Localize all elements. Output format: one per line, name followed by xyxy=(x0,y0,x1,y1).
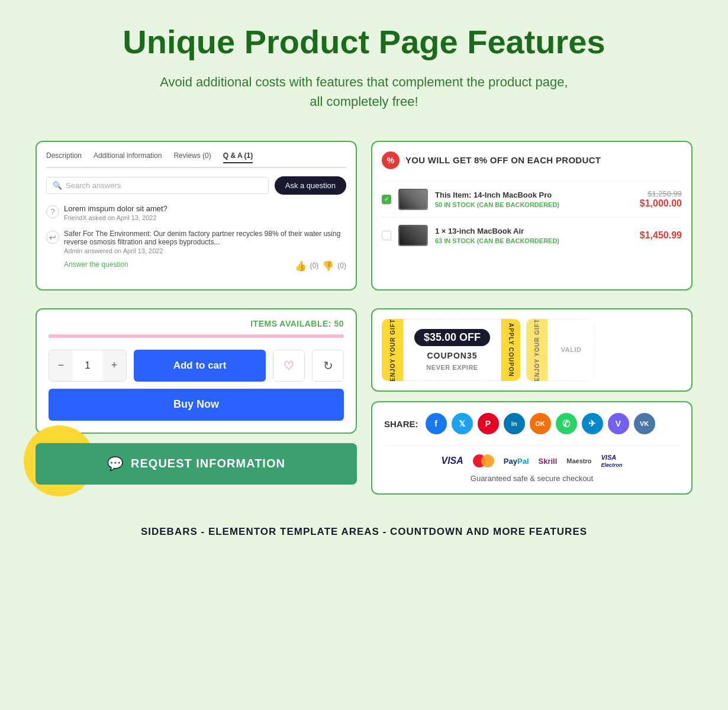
qa-item-question: ? Lorem imspum dolor sit amet? FriendX a… xyxy=(46,204,346,221)
qa-question-content: Lorem imspum dolor sit amet? FriendX ask… xyxy=(64,204,167,221)
qty-minus-button[interactable]: − xyxy=(49,350,73,382)
top-grid: Description Additional information Revie… xyxy=(36,141,692,291)
tab-additional[interactable]: Additional information xyxy=(94,151,162,163)
visa-electron-logo: VISAElectron xyxy=(601,454,622,468)
payment-logos: VISA PayPal Skrill Maestro VISAElectron xyxy=(442,454,623,468)
coupon-side-text-1: ENJOY YOUR GIFT xyxy=(389,319,396,382)
coupon-separator-1: APPLY COUPON xyxy=(501,319,520,382)
apply-coupon-text: APPLY COUPON xyxy=(508,323,514,377)
product-prices-1: $1,250.99 $1,000.00 xyxy=(640,189,682,209)
stock-bar-fill xyxy=(49,334,270,338)
discount-title: YOU WILL GET 8% OFF ON EACH PRODUCT xyxy=(405,155,601,165)
ask-question-button[interactable]: Ask a question xyxy=(275,176,346,195)
coupon-expiry-1: NEVER EXPIRE xyxy=(426,364,478,371)
vote-down-count: (0) xyxy=(337,262,346,270)
mastercard-logo xyxy=(473,454,494,467)
product-price-new-2: $1,450.99 xyxy=(640,230,682,241)
product-price-old-1: $1,250.99 xyxy=(640,189,682,198)
qa-answer-text: Safer For The Environment: Our denim fac… xyxy=(64,230,346,246)
qa-answer-icon: ↩ xyxy=(46,231,59,244)
percent-icon: % xyxy=(382,151,400,169)
product-price-new-1: $1,000.00 xyxy=(640,198,682,209)
search-icon: 🔍 xyxy=(53,181,62,190)
secure-checkout-text: Guaranteed safe & secure checkout xyxy=(471,474,593,483)
footer-banner: SIDEBARS - ELEMENTOR TEMPLATE AREAS - CO… xyxy=(36,514,692,550)
tab-reviews[interactable]: Reviews (0) xyxy=(173,151,211,163)
qa-vote-actions: 👍 (0) 👎 (0) xyxy=(295,260,346,272)
cart-card: ITEMS AVAILABLE: 50 − 1 + Add to cart ♡ … xyxy=(36,308,357,434)
request-information-button[interactable]: 💬 REQUEST INFORMATION xyxy=(36,443,357,485)
coupon-main-2: VALID xyxy=(547,319,595,382)
bottom-left-col: ITEMS AVAILABLE: 50 − 1 + Add to cart ♡ … xyxy=(36,308,357,496)
request-information-label: REQUEST INFORMATION xyxy=(131,457,285,470)
wishlist-button[interactable]: ♡ xyxy=(273,350,305,382)
tab-description[interactable]: Description xyxy=(46,151,82,163)
buy-now-button[interactable]: Buy Now xyxy=(49,389,344,421)
twitter-share-button[interactable]: 𝕏 xyxy=(452,413,473,434)
compare-button[interactable]: ↻ xyxy=(312,350,344,382)
discount-card: % YOU WILL GET 8% OFF ON EACH PRODUCT ✓ … xyxy=(371,141,692,291)
maestro-logo: Maestro xyxy=(566,457,591,464)
cart-controls: − 1 + Add to cart ♡ ↻ xyxy=(49,350,344,382)
qa-question-text: Lorem imspum dolor sit amet? xyxy=(64,204,167,213)
qa-item-answer: ↩ Safer For The Environment: Our denim f… xyxy=(46,230,346,272)
product-info-1: This Item: 14-Inch MacBook Pro 50 IN STO… xyxy=(435,191,633,208)
answer-link[interactable]: Answer the question xyxy=(64,260,128,269)
vote-up-count: (0) xyxy=(310,262,319,270)
product-checkbox-2[interactable] xyxy=(382,231,391,240)
discount-header: % YOU WILL GET 8% OFF ON EACH PRODUCT xyxy=(382,151,682,169)
product-image-1 xyxy=(400,190,427,209)
linkedin-share-button[interactable]: in xyxy=(504,413,525,434)
bottom-grid: ITEMS AVAILABLE: 50 − 1 + Add to cart ♡ … xyxy=(36,308,692,496)
odnoklassniki-share-button[interactable]: OK xyxy=(530,413,551,434)
qty-plus-button[interactable]: + xyxy=(102,350,126,382)
thumbs-up-icon[interactable]: 👍 xyxy=(295,260,307,272)
coupon-expiry-2: VALID xyxy=(561,346,582,353)
product-thumb-2 xyxy=(398,225,428,246)
paypal-logo: PayPal xyxy=(504,457,529,466)
search-input-wrap[interactable]: 🔍 Search answers xyxy=(46,177,269,194)
product-thumb-1 xyxy=(398,189,428,210)
qa-question-icon: ? xyxy=(46,205,59,218)
right-bottom-col: ENJOY YOUR GIFT $35.00 OFF COUPON35 NEVE… xyxy=(371,308,692,496)
product-info-2: 1 × 13-inch MacBook Air 63 IN STOCK (CAN… xyxy=(435,227,633,244)
social-icons: f 𝕏 P in OK ✆ ✈ V VK xyxy=(426,413,655,434)
product-item-1: ✓ This Item: 14-Inch MacBook Pro 50 IN S… xyxy=(382,181,682,217)
subtitle: Avoid additional costs with features tha… xyxy=(157,72,571,111)
main-title: Unique Product Page Features xyxy=(36,24,692,60)
pinterest-share-button[interactable]: P xyxy=(478,413,499,434)
coupon-item-2: ENJOY YOUR GIFT VALID xyxy=(526,319,595,382)
stock-bar xyxy=(49,334,344,338)
tabs-row: Description Additional information Revie… xyxy=(46,151,346,168)
viber-share-button[interactable]: V xyxy=(608,413,629,434)
vk-share-button[interactable]: VK xyxy=(634,413,655,434)
coupon-code-1: COUPON35 xyxy=(427,351,478,360)
facebook-share-button[interactable]: f xyxy=(426,413,447,434)
product-image-2 xyxy=(400,226,427,245)
coupon-side-label-2: ENJOY YOUR GIFT xyxy=(526,319,547,382)
thumbs-down-icon[interactable]: 👎 xyxy=(322,260,334,272)
telegram-share-button[interactable]: ✈ xyxy=(582,413,603,434)
skrill-logo: Skrill xyxy=(539,457,558,466)
qa-answer-content: Safer For The Environment: Our denim fac… xyxy=(64,230,346,272)
qa-answer-meta: Admin answered on April 13, 2022 xyxy=(64,247,346,254)
qa-card: Description Additional information Revie… xyxy=(36,141,357,291)
product-item-2: 1 × 13-inch MacBook Air 63 IN STOCK (CAN… xyxy=(382,217,682,253)
quantity-control: − 1 + xyxy=(49,350,127,382)
header-section: Unique Product Page Features Avoid addit… xyxy=(36,24,692,111)
page-wrapper: Unique Product Page Features Avoid addit… xyxy=(0,0,728,585)
search-placeholder: Search answers xyxy=(66,181,121,190)
share-label: SHARE: xyxy=(384,419,418,429)
coupon-item-1: ENJOY YOUR GIFT $35.00 OFF COUPON35 NEVE… xyxy=(382,319,520,382)
add-to-cart-button[interactable]: Add to cart xyxy=(134,350,266,382)
product-checkbox-1[interactable]: ✓ xyxy=(382,195,391,204)
product-prices-2: $1,450.99 xyxy=(640,230,682,241)
product-stock-2: 63 IN STOCK (CAN BE BACKORDERED) xyxy=(435,237,633,244)
tab-qa[interactable]: Q & A (1) xyxy=(223,151,253,163)
share-card: SHARE: f 𝕏 P in OK ✆ ✈ V VK xyxy=(371,401,692,495)
payment-row: VISA PayPal Skrill Maestro VISAElectron … xyxy=(384,445,679,483)
coupon-card: ENJOY YOUR GIFT $35.00 OFF COUPON35 NEVE… xyxy=(371,308,692,392)
whatsapp-share-button[interactable]: ✆ xyxy=(556,413,577,434)
search-row: 🔍 Search answers Ask a question xyxy=(46,176,346,195)
coupon-side-text-2: ENJOY YOUR GIFT xyxy=(534,319,540,382)
